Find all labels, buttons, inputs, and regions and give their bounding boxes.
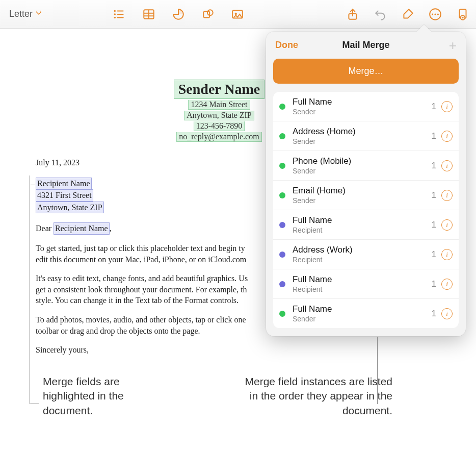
body-paragraph-2[interactable]: It's easy to edit text, change fonts, an… [36, 273, 301, 306]
merge-field-sender-name[interactable]: Sender Name [174, 80, 265, 99]
field-color-dot [279, 222, 285, 228]
field-text: Address (Home)Sender [293, 127, 432, 145]
document-options-icon[interactable] [455, 6, 471, 22]
merge-field-row[interactable]: Full NameSender1i [273, 92, 459, 121]
merge-field-row[interactable]: Email (Home)Sender1i [273, 181, 459, 210]
body-paragraph-1[interactable]: To get started, just tap or click this p… [36, 243, 301, 265]
merge-field-sender-street[interactable]: 1234 Main Street [188, 100, 250, 110]
svg-rect-5 [117, 17, 124, 18]
paragraph-style-select[interactable]: Letter [5, 7, 46, 21]
field-role: Recipient [293, 256, 432, 264]
merge-field-sender-city[interactable]: Anytown, State ZIP [184, 111, 254, 120]
field-name: Full Name [293, 215, 432, 225]
svg-point-18 [437, 13, 439, 15]
chart-icon[interactable] [170, 6, 187, 22]
field-color-dot [279, 252, 285, 258]
callout-leader-line [30, 176, 30, 404]
merge-field-sender-email[interactable]: no_reply@example.com [176, 132, 261, 142]
info-icon[interactable]: i [441, 131, 453, 142]
merge-field-recipient-city[interactable]: Anytown, State ZIP [36, 202, 104, 214]
media-icon[interactable] [229, 6, 246, 22]
field-color-dot [279, 104, 285, 110]
info-icon[interactable]: i [441, 219, 453, 231]
field-role: Sender [293, 315, 432, 323]
field-text: Full NameRecipient [293, 215, 432, 234]
field-text: Email (Home)Sender [293, 186, 432, 205]
merge-field-row[interactable]: Full NameSender1i [273, 299, 459, 328]
merge-field-row[interactable]: Address (Work)Recipient1i [273, 240, 459, 269]
share-icon[interactable] [345, 6, 361, 22]
merge-field-row[interactable]: Full NameRecipient1i [273, 210, 459, 240]
field-text: Full NameSender [293, 97, 432, 116]
svg-point-4 [114, 16, 116, 18]
svg-point-13 [235, 12, 237, 14]
field-color-dot [279, 281, 285, 287]
format-brush-icon[interactable] [400, 6, 416, 22]
info-icon[interactable]: i [441, 249, 453, 260]
field-role: Recipient [293, 285, 432, 293]
field-count: 1 [432, 102, 436, 112]
done-button[interactable]: Done [275, 40, 298, 51]
callout-leader-line [30, 185, 35, 185]
field-count: 1 [432, 279, 436, 289]
info-icon[interactable]: i [441, 101, 453, 112]
info-icon[interactable]: i [441, 308, 453, 319]
field-count: 1 [432, 190, 436, 201]
popover-header: Done Mail Merge + [273, 39, 459, 52]
callout-left: Merge fields are highlighted in the docu… [43, 374, 165, 418]
merge-field-row[interactable]: Full NameRecipient1i [273, 269, 459, 299]
merge-field-recipient-street[interactable]: 4321 First Street [36, 189, 93, 202]
list-icon[interactable] [111, 6, 127, 22]
merge-field-salutation-name[interactable]: Recipient Name [54, 222, 110, 235]
salutation[interactable]: Dear Recipient Name, [36, 222, 301, 235]
svg-point-0 [114, 10, 116, 11]
field-color-dot [279, 192, 285, 198]
field-name: Full Name [293, 304, 432, 314]
merge-field-row[interactable]: Address (Home)Sender1i [273, 121, 459, 151]
field-role: Sender [293, 167, 432, 175]
svg-rect-1 [117, 10, 124, 11]
merge-field-row[interactable]: Phone (Mobile)Sender1i [273, 151, 459, 181]
info-icon[interactable]: i [441, 190, 453, 201]
field-role: Sender [293, 196, 432, 205]
svg-point-16 [432, 13, 433, 15]
salutation-prefix: Dear [36, 224, 54, 233]
field-color-dot [279, 311, 285, 317]
info-icon[interactable]: i [441, 279, 453, 290]
more-icon[interactable] [427, 6, 443, 22]
field-count: 1 [432, 161, 436, 171]
undo-icon[interactable] [372, 6, 388, 22]
field-name: Address (Home) [293, 127, 432, 137]
field-name: Email (Home) [293, 186, 432, 196]
svg-point-11 [207, 10, 213, 15]
field-name: Full Name [293, 274, 432, 285]
merge-field-sender-phone[interactable]: 123-456-7890 [194, 121, 245, 131]
closing[interactable]: Sincerely yours, [36, 344, 403, 356]
field-color-dot [279, 133, 285, 139]
chevron-down-icon [36, 9, 42, 19]
info-icon[interactable]: i [441, 160, 453, 171]
field-count: 1 [432, 220, 436, 230]
body-paragraph-3[interactable]: To add photos, movies, audio, and other … [36, 314, 301, 336]
svg-point-21 [462, 16, 463, 18]
svg-rect-3 [117, 13, 124, 14]
field-role: Sender [293, 108, 432, 116]
field-name: Address (Work) [293, 245, 432, 255]
field-role: Sender [293, 137, 432, 145]
field-count: 1 [432, 249, 436, 260]
style-label: Letter [9, 9, 33, 19]
add-field-button[interactable]: + [449, 41, 457, 50]
svg-point-2 [114, 13, 116, 15]
field-text: Address (Work)Recipient [293, 245, 432, 264]
merge-field-list: Full NameSender1iAddress (Home)Sender1iP… [273, 92, 459, 328]
field-role: Recipient [293, 226, 432, 234]
merge-button[interactable]: Merge… [273, 59, 459, 84]
callout-right: Merge field instances are listed in the … [240, 374, 392, 418]
recipient-block: Recipient Name 4321 First Street Anytown… [36, 178, 104, 214]
shape-icon[interactable] [200, 6, 216, 22]
field-count: 1 [432, 309, 436, 319]
table-icon[interactable] [141, 6, 157, 22]
field-count: 1 [432, 131, 436, 141]
merge-field-recipient-name[interactable]: Recipient Name [36, 178, 92, 190]
salutation-suffix: , [110, 224, 112, 233]
